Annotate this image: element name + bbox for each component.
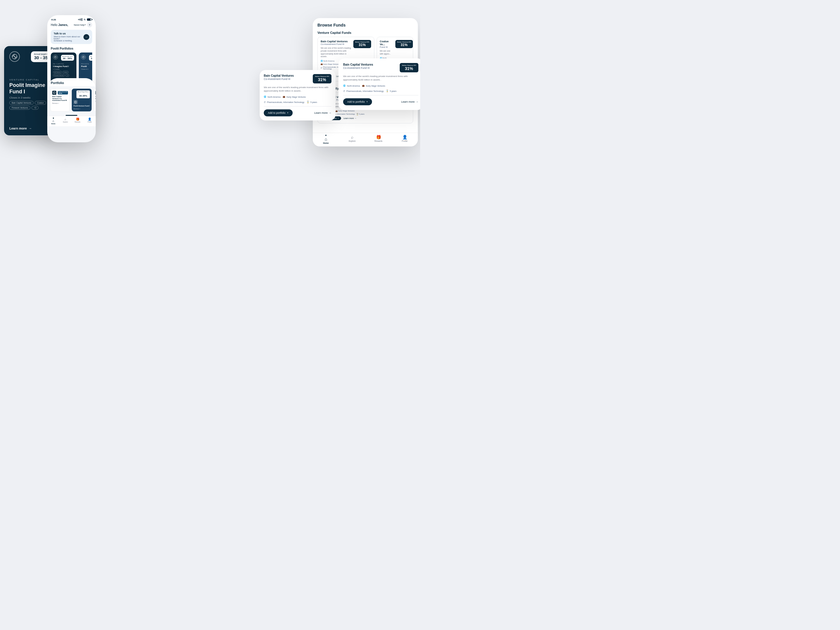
tablet-nav-explore[interactable]: ⌕ Explore (339, 135, 365, 144)
pf-remove-3[interactable]: Remove × (95, 100, 96, 102)
portfolio-title: Portfolio (51, 81, 64, 85)
mfc1-closes: n 3 weeks (53, 68, 74, 70)
talk-card-text: Talk to us Want to learn more about our … (54, 32, 84, 42)
fdp-tags-2: ⏱ Pharmaceuticals, Information Technolog… (343, 90, 418, 92)
fdp2-sub: Co-investment Fund III (264, 77, 294, 80)
fdp-add-button[interactable]: Add to portfolio + (343, 98, 372, 105)
fdp2-desc: We are one of the world's leading privat… (264, 86, 332, 93)
pe-fund-1-learn-more[interactable]: Learn more → (343, 117, 357, 119)
fdp2-tag-3: ⏱ Pharmaceuticals, Information Technolog… (264, 101, 304, 103)
fdp-tag-4: ⌛ 5 years (386, 90, 396, 92)
vc-fund-2-sub: Fund III (380, 46, 393, 49)
portfolio-nav-profile[interactable]: 👤 Profile (84, 118, 96, 124)
fdp2-header: Bain Capital Ventures Co-investment Fund… (264, 74, 332, 83)
suitcase-icon-2: 💼 (336, 110, 338, 112)
pf-remove-2[interactable]: Remove × (74, 108, 90, 110)
pf-fund-name-2: Poolit Horizon Fund I (74, 105, 90, 107)
signal-bar-2 (79, 19, 80, 20)
vc-fund-2-desc: We are one with appro... (380, 50, 393, 55)
tablet-profile-label: Profile (402, 140, 407, 142)
tablet-nav-rewards[interactable]: 🎁 Rewards (365, 135, 392, 144)
fdp2-add-button[interactable]: Add to portfolio + (264, 109, 293, 117)
tablet-home-icon: ⌂ (325, 137, 327, 142)
mfc2-return: Annual target return 30 - 35% (89, 55, 92, 61)
battery-icon (87, 18, 92, 21)
pf-fund-name-1: Bain Capital Ventures Co-investment Fund… (52, 96, 68, 101)
mfc2-logo (81, 55, 86, 60)
fdp-name: Bain Capital Ventures (343, 63, 373, 66)
ph-home-icon: ⌂ (52, 119, 54, 123)
pf-card-2-logo (74, 100, 90, 104)
mfc1-return: Annual target return 30 - 35% (61, 55, 74, 61)
fdp-desc: We are one of the world's leading privat… (343, 75, 418, 82)
talk-sub-2: Schedule a meeting. (54, 40, 84, 42)
talk-arrow-button[interactable]: → (84, 34, 89, 40)
pf-card-2-inner: Annual Target Return 30-35% Poolit Horiz… (72, 89, 92, 112)
tablet-nav-profile[interactable]: 👤 Profile (392, 135, 418, 144)
talk-sub-1: Want to learn more about our funds? (54, 36, 84, 40)
need-help[interactable]: Need help? ? (74, 22, 92, 27)
clock-icon-4: ⏱ (264, 101, 266, 103)
tablet-explore-label: Explore (349, 140, 356, 142)
mfc1-category: RE CAPITAL (53, 63, 74, 65)
fdp-tag-2: 💼 Early Stage Ventures (362, 85, 385, 87)
suitcase-icon-3: 💼 (283, 96, 285, 98)
globe-icon-5: 🌐 (343, 85, 346, 87)
fdp-learn-more[interactable]: Learn more → (401, 100, 418, 103)
fund-detail-panel: Bain Capital Ventures Co-investment Fund… (338, 58, 420, 110)
portfolio-nav-rewards[interactable]: 🎁 Rewards (71, 118, 84, 124)
talk-card[interactable]: Talk to us Want to learn more about our … (51, 30, 92, 44)
fdp2-tag-2: 💼 Early Stage Ventures (283, 96, 306, 98)
tablet-bottom-nav: ⌂ Home ⌕ Explore 🎁 Rewards 👤 Profile (313, 133, 418, 146)
phone-portfolio-nav: ⌂ Home ⌕ Explore 🎁 Rewards 👤 Profile (47, 116, 96, 126)
pf-remove-1[interactable]: Remove × (52, 102, 68, 104)
help-button[interactable]: ? (87, 22, 92, 27)
pe-f1-tag-4: ⌛ 5 years (356, 113, 365, 115)
venture-section-title: Venture Capital Funds (317, 31, 413, 35)
portfolio-nav-explore[interactable]: ⌕ Explore (60, 118, 72, 124)
tablet-profile-icon: 👤 (403, 135, 407, 139)
mini-fund-card-2-inner: Annual target return 30 - 35% PRIVATE Po… (79, 52, 92, 82)
ph-explore-label: Explore (63, 121, 68, 123)
pf-logo-1 (52, 91, 56, 95)
tablet-rewards-icon: 🎁 (376, 135, 381, 139)
mfc1-name: t Imagine Fund I (53, 65, 74, 68)
fdp2-tag-4: ⌛ 5 years (307, 101, 317, 103)
vc-fund-2-name: Coatue Ve... (380, 40, 393, 46)
hourglass-icon-2: ⌛ (356, 113, 358, 115)
signal-bar-1 (78, 19, 79, 20)
fdp2-divider (264, 106, 332, 107)
pf-card-3: Coatue Ventures Fund III Remove × (93, 89, 96, 112)
tablet-nav-home[interactable]: ⌂ Home (313, 135, 339, 144)
fdp2-tags-2: ⏱ Pharmaceuticals, Information Technolog… (264, 101, 332, 103)
fdp-irr: Median Historical IRR 31% (400, 63, 418, 72)
pf-card-1-inner: Median Historical IRR 31% Bain Capital V… (51, 89, 70, 106)
ph-profile-label: Profile (87, 121, 92, 123)
suitcase-icon: 💼 (321, 63, 323, 65)
ph-rewards-icon: 🎁 (76, 118, 79, 121)
signal-bar-4 (82, 18, 82, 21)
pf-card-3-inner: Coatue Ventures Fund III Remove × (94, 89, 96, 104)
tablet-explore-icon: ⌕ (351, 135, 353, 139)
fund-detail-panel-2: Bain Capital Ventures Co-investment Fund… (260, 70, 336, 120)
phone-portfolio: Portfolio Median Historical IRR 31% (47, 78, 96, 142)
time: 8:26 (51, 18, 56, 21)
mfc1-logo (53, 55, 58, 60)
arrow-icon: → (28, 127, 32, 130)
mfc2-name: Poolit (81, 65, 92, 68)
fdp2-name-block: Bain Capital Ventures Co-investment Fund… (264, 74, 294, 80)
fdp2-learn-more[interactable]: Learn more → (314, 112, 332, 114)
fdp-tag-1: 🌐 North America (343, 85, 360, 87)
fdp-sub: Co-investment Fund III (343, 66, 373, 69)
svg-point-1 (54, 56, 57, 58)
hourglass-icon-3: ⌛ (307, 101, 309, 103)
vc-fund-1-name: Bain Capital Ventures (321, 40, 351, 43)
mfc2-category: PRIVATE (81, 63, 92, 65)
pf-card-3-logo-row (95, 91, 96, 95)
vc-fund-1-desc: We are one of the world's leading privat… (321, 47, 351, 58)
ph-profile-icon: 👤 (88, 118, 91, 121)
portfolio-nav-home[interactable]: ⌂ Home (47, 118, 60, 124)
arrow-icon-3: → (329, 112, 332, 114)
pf-logo-3 (95, 91, 96, 95)
clock-icon-5: ⏱ (343, 90, 345, 92)
